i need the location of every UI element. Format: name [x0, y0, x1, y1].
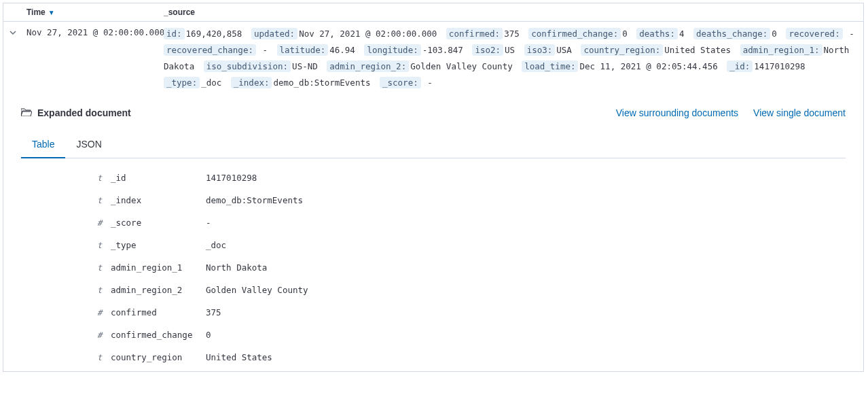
source-field-key: confirmed: — [446, 28, 503, 39]
source-field-key: _index: — [231, 77, 272, 88]
source-field-key: longitude: — [364, 44, 420, 56]
source-field-value: Dec 11, 2021 @ 02:05:44.456 — [579, 61, 717, 71]
source-field-key: country_region: — [581, 44, 663, 56]
source-field-value: 0 — [772, 29, 777, 39]
source-field-value: USA — [556, 45, 572, 55]
field-name: country_region — [111, 352, 206, 362]
expanded-title: Expanded document — [37, 107, 131, 118]
expanded-document: Expanded document View surrounding docum… — [3, 101, 863, 371]
source-field-key: recovered_change: — [164, 44, 256, 56]
source-field-value: 46.94 — [329, 45, 355, 55]
field-value: _doc — [206, 240, 226, 250]
field-type-icon: # — [97, 218, 111, 228]
field-row: tadmin_region_2Golden Valley County — [97, 279, 846, 301]
source-field-key: iso_subdivision: — [204, 61, 291, 72]
field-value: United States — [206, 352, 272, 362]
expand-toggle-icon[interactable] — [3, 26, 22, 38]
expanded-header: Expanded document View surrounding docum… — [21, 107, 846, 118]
time-value: Nov 27, 2021 @ 02:00:00.000 — [22, 26, 164, 37]
source-field-key: _score: — [380, 77, 421, 88]
field-type-icon: t — [97, 286, 111, 295]
source-field-value: 0 — [622, 29, 628, 39]
source-field-key: iso3: — [524, 44, 556, 56]
field-row: #_score - — [97, 211, 846, 234]
source-field-key: recovered: — [786, 28, 842, 39]
field-name: _index — [111, 195, 206, 205]
source-column-label: _source — [164, 7, 195, 17]
column-header-row: Time ▼ _source — [3, 3, 863, 22]
field-value: 1417010298 — [206, 173, 257, 183]
source-field-key: deaths: — [636, 28, 678, 39]
field-value: Golden Valley County — [206, 285, 308, 295]
view-single-link[interactable]: View single document — [753, 107, 846, 118]
source-field-key: confirmed_change: — [528, 28, 621, 39]
field-type-icon: t — [97, 263, 111, 273]
field-name: _score — [111, 218, 206, 228]
tab-table[interactable]: Table — [32, 132, 54, 158]
source-field-key: id: — [164, 28, 185, 39]
field-value: - — [206, 218, 211, 228]
fields-table: t_id1417010298t_indexdemo_db:StormEvents… — [21, 158, 846, 368]
field-value: demo_db:StormEvents — [206, 195, 303, 205]
source-field-key: deaths_change: — [693, 28, 770, 39]
source-field-value: US — [505, 45, 515, 55]
source-field-value: _doc — [201, 78, 221, 88]
field-row: tadmin_region_1North Dakota — [97, 256, 846, 279]
folder-open-icon — [21, 107, 32, 118]
table-row: Nov 27, 2021 @ 02:00:00.000 id:169,420,8… — [3, 22, 863, 101]
source-field-key: _type: — [164, 77, 200, 88]
source-field-value: - — [422, 78, 433, 88]
source-field-key: admin_region_2: — [327, 61, 409, 72]
field-name: _id — [111, 173, 206, 183]
sort-descending-icon: ▼ — [48, 9, 55, 16]
field-name: _type — [111, 240, 206, 250]
view-surrounding-link[interactable]: View surrounding documents — [616, 107, 738, 118]
field-value: North Dakota — [206, 262, 267, 273]
field-value: 0 — [206, 330, 211, 340]
field-type-icon: # — [97, 330, 111, 340]
source-field-value: -103.847 — [422, 45, 463, 55]
field-type-icon: t — [97, 196, 111, 205]
source-field-key: _id: — [727, 61, 753, 72]
source-field-value: - — [844, 29, 854, 39]
source-field-value: US-ND — [292, 61, 318, 71]
source-field-key: updated: — [251, 28, 297, 39]
source-field-key: iso2: — [472, 44, 503, 56]
field-type-icon: # — [97, 308, 111, 317]
field-type-icon: t — [97, 241, 111, 250]
field-row: #confirmed_change0 — [97, 324, 846, 346]
source-column-header[interactable]: _source — [164, 7, 863, 17]
source-field-value: 169,420,858 — [186, 29, 242, 39]
source-field-value: 1417010298 — [754, 61, 805, 71]
time-column-label: Time — [26, 7, 46, 17]
source-field-value: - — [257, 45, 273, 55]
source-value: id:169,420,858 updated:Nov 27, 2021 @ 02… — [164, 26, 863, 91]
expanded-title-group: Expanded document — [21, 107, 131, 118]
source-field-key: load_time: — [522, 61, 578, 72]
field-row: t_type_doc — [97, 234, 846, 256]
time-column-header[interactable]: Time ▼ — [22, 7, 164, 17]
field-row: t_indexdemo_db:StormEvents — [97, 189, 846, 211]
tabs: Table JSON — [21, 132, 846, 158]
field-row: t_id1417010298 — [97, 167, 846, 189]
tab-json[interactable]: JSON — [76, 132, 101, 158]
source-field-key: admin_region_1: — [740, 44, 822, 56]
source-field-value: demo_db:StormEvents — [273, 78, 370, 88]
source-field-value: 4 — [679, 29, 685, 39]
source-field-value: Nov 27, 2021 @ 02:00:00.000 — [299, 29, 437, 39]
field-type-icon: t — [97, 173, 111, 183]
source-field-key: latitude: — [277, 44, 329, 56]
document-panel: Time ▼ _source Nov 27, 2021 @ 02:00:00.0… — [3, 3, 864, 372]
source-field-value: Golden Valley County — [410, 61, 513, 71]
field-type-icon: t — [97, 353, 111, 362]
source-field-value: 375 — [504, 29, 520, 39]
field-row: tcountry_regionUnited States — [97, 346, 846, 368]
field-row: #confirmed375 — [97, 301, 846, 324]
source-field-value: United States — [664, 45, 731, 55]
field-name: admin_region_1 — [111, 262, 206, 273]
field-value: 375 — [206, 307, 221, 317]
field-name: confirmed_change — [111, 330, 206, 340]
expanded-links: View surrounding documents View single d… — [616, 107, 846, 118]
field-name: admin_region_2 — [111, 285, 206, 295]
field-name: confirmed — [111, 307, 206, 317]
